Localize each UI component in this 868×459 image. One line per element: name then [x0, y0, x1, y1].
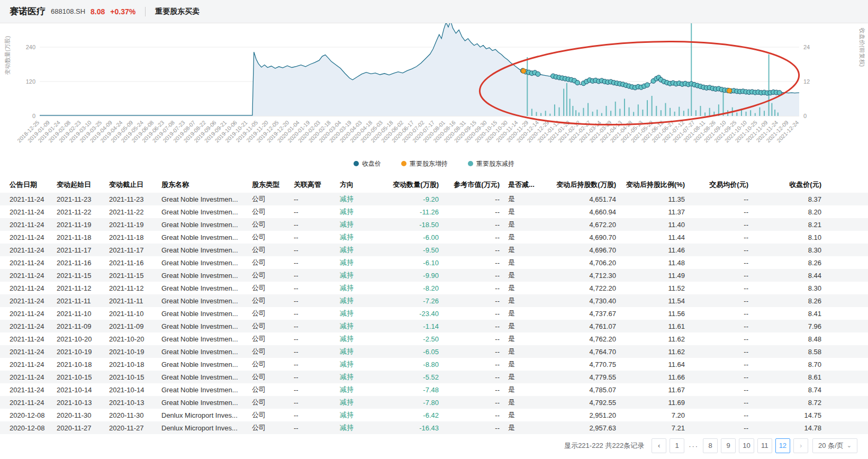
page-button-10[interactable]: 10: [739, 438, 754, 453]
legend-item-shareholder-increase[interactable]: 重要股东增持: [401, 159, 448, 168]
table-cell: --: [290, 218, 336, 231]
table-cell: 8.61: [753, 371, 868, 383]
decrease-volume-bar: [771, 103, 772, 116]
table-cell: Great Noble Investmen...: [157, 205, 248, 218]
table-cell: -8.20: [377, 282, 443, 294]
page-button-1[interactable]: 1: [670, 438, 684, 453]
page-button-11[interactable]: 11: [757, 438, 772, 453]
table-cell: --: [290, 396, 336, 409]
legend-item-shareholder-decrease[interactable]: 重要股东减持: [468, 159, 514, 168]
page-button-12[interactable]: 12: [775, 438, 790, 453]
table-cell: 11.46: [620, 244, 689, 256]
table-cell: 2021-11-24: [0, 320, 52, 332]
tab-important-shareholder-trading[interactable]: 重要股东买卖: [155, 7, 200, 16]
table-cell: 是: [504, 282, 549, 294]
table-cell: --: [689, 332, 753, 345]
table-cell: --: [290, 269, 336, 282]
column-header: 参考市值(万元): [443, 177, 504, 193]
table-cell: 2021-11-23: [52, 193, 105, 205]
table-cell: 2021-11-18: [52, 231, 105, 244]
table-cell: --: [443, 409, 504, 421]
table-cell: -7.80: [377, 396, 443, 409]
table-row: 2021-11-242021-11-222021-11-22Great Nobl…: [0, 205, 868, 218]
pagination-ellipsis: ···: [688, 442, 700, 450]
table-cell: 2021-11-24: [0, 269, 52, 282]
table-cell: 8.41: [753, 307, 868, 320]
table-cell: 2021-10-20: [52, 332, 105, 345]
table-cell: 2021-10-20: [105, 332, 157, 345]
table-cell: 2021-11-11: [52, 294, 105, 307]
header-bar: 赛诺医疗 688108.SH 8.08 +0.37% 重要股东买卖: [0, 0, 868, 23]
table-cell: 减持: [336, 218, 377, 231]
table-cell: 是: [504, 332, 549, 345]
table-cell: 是: [504, 307, 549, 320]
table-cell: 公司: [248, 294, 290, 307]
table-cell: 7.96: [753, 320, 868, 332]
decrease-volume-bar: [569, 99, 571, 116]
table-cell: 4,764.70: [549, 345, 620, 358]
table-cell: 2021-10-15: [105, 371, 157, 383]
table-cell: 8.48: [753, 332, 868, 345]
table-cell: 是: [504, 409, 549, 421]
table-cell: 2021-11-15: [105, 269, 157, 282]
decrease-volume-bar: [759, 107, 760, 116]
table-cell: --: [290, 244, 336, 256]
stock-name: 赛诺医疗: [10, 5, 46, 17]
legend-label-increase: 重要股东增持: [410, 159, 448, 168]
table-cell: 减持: [336, 345, 377, 358]
table-cell: --: [689, 282, 753, 294]
page-size-label: 20 条/页: [818, 441, 844, 451]
table-cell: 2021-11-16: [52, 256, 105, 269]
table-cell: 2020-11-27: [52, 421, 105, 434]
table-cell: --: [689, 345, 753, 358]
table-cell: 是: [504, 320, 549, 332]
table-cell: --: [290, 320, 336, 332]
page-button-9[interactable]: 9: [721, 438, 736, 453]
table-cell: 2021-11-24: [0, 231, 52, 244]
decrease-dot-icon: [468, 161, 473, 166]
column-header: 方向: [336, 177, 377, 193]
table-cell: 11.54: [620, 294, 689, 307]
table-cell: 8.26: [753, 294, 868, 307]
table-cell: --: [689, 294, 753, 307]
table-cell: 是: [504, 383, 549, 396]
table-cell: 公司: [248, 244, 290, 256]
table-cell: 2021-10-13: [52, 396, 105, 409]
decrease-volume-bar: [652, 96, 653, 116]
column-header: 交易均价(元): [689, 177, 753, 193]
table-row: 2021-11-242021-11-192021-11-19Great Nobl…: [0, 218, 868, 231]
table-cell: 减持: [336, 269, 377, 282]
table-cell: Great Noble Investmen...: [157, 294, 248, 307]
table-cell: 是: [504, 256, 549, 269]
column-header: 关联高管: [290, 177, 336, 193]
chevron-down-icon: ⌄: [847, 442, 852, 449]
table-cell: Great Noble Investmen...: [157, 345, 248, 358]
table-cell: 2021-11-11: [105, 294, 157, 307]
table-cell: -6.42: [377, 409, 443, 421]
table-cell: 公司: [248, 193, 290, 205]
table-cell: --: [689, 371, 753, 383]
table-cell: Denlux Microport Inves...: [157, 409, 248, 421]
prev-page-button[interactable]: ‹: [652, 438, 666, 453]
table-cell: 2021-10-18: [105, 358, 157, 371]
decrease-volume-bar: [656, 106, 657, 116]
decrease-volume-bar: [554, 104, 555, 116]
table-cell: 减持: [336, 256, 377, 269]
table-cell: 8.26: [753, 256, 868, 269]
table-row: 2021-11-242021-10-192021-10-19Great Nobl…: [0, 345, 868, 358]
table-cell: 8.21: [753, 218, 868, 231]
left-axis-tick: 0: [32, 113, 35, 119]
next-page-button[interactable]: ›: [793, 438, 808, 453]
decrease-volume-bar: [768, 55, 770, 116]
page-size-select[interactable]: 20 条/页 ⌄: [812, 438, 857, 453]
pagination-bar: 显示221-222 共222条记录 ‹1···89101112› 20 条/页 …: [0, 434, 868, 453]
column-header: 变动后持股比例(%): [620, 177, 689, 193]
table-cell: --: [443, 371, 504, 383]
table-cell: --: [689, 358, 753, 371]
table-cell: 公司: [248, 269, 290, 282]
table-cell: -5.52: [377, 371, 443, 383]
right-axis-tick: 24: [803, 44, 810, 50]
legend-item-close-price[interactable]: 收盘价: [354, 159, 381, 168]
table-cell: 2,951.20: [549, 409, 620, 421]
page-button-8[interactable]: 8: [703, 438, 718, 453]
